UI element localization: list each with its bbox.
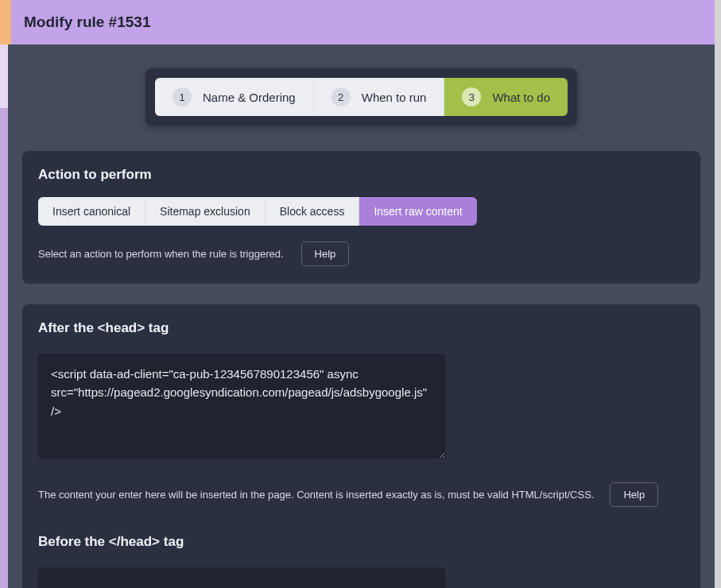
step-label: When to run — [362, 91, 427, 104]
page-header: Modify rule #1531 — [11, 0, 715, 44]
action-hint-row: Select an action to perform when the rul… — [38, 242, 684, 266]
step-label: What to do — [492, 91, 550, 104]
action-tabs: Insert canonical Sitemap exclusion Block… — [38, 197, 477, 226]
step-when-to-run[interactable]: 2 When to run — [314, 78, 445, 116]
page-title: Modify rule #1531 — [24, 14, 150, 31]
wizard-stepper: 1 Name & Ordering 2 When to run 3 What t… — [145, 68, 577, 126]
sidebar-active-indicator — [0, 0, 11, 44]
tab-insert-raw-content[interactable]: Insert raw content — [359, 197, 476, 226]
after-head-heading: After the <head> tag — [38, 320, 684, 336]
tab-insert-canonical[interactable]: Insert canonical — [38, 197, 145, 226]
step-number-badge: 2 — [331, 87, 351, 106]
right-gutter — [715, 0, 721, 588]
step-name-ordering[interactable]: 1 Name & Ordering — [155, 78, 314, 116]
tab-block-access[interactable]: Block access — [266, 197, 360, 226]
step-label: Name & Ordering — [203, 91, 296, 104]
step-number-badge: 3 — [462, 87, 481, 106]
step-what-to-do[interactable]: 3 What to do — [444, 78, 568, 116]
after-head-hint-text: The content your enter here will be inse… — [38, 489, 594, 501]
before-head-heading: Before the </head> tag — [38, 534, 684, 550]
sidebar-accent — [0, 44, 8, 108]
action-panel: Action to perform Insert canonical Sitem… — [22, 151, 700, 284]
action-hint-text: Select an action to perform when the rul… — [38, 248, 284, 260]
head-content-panel: After the <head> tag The content your en… — [22, 304, 700, 588]
tab-sitemap-exclusion[interactable]: Sitemap exclusion — [145, 197, 266, 226]
step-number-badge: 1 — [172, 87, 192, 106]
after-head-help-button[interactable]: Help — [610, 482, 658, 507]
action-help-button[interactable]: Help — [301, 242, 350, 266]
after-head-textarea[interactable] — [38, 354, 445, 458]
before-head-textarea[interactable] — [38, 567, 445, 588]
action-heading: Action to perform — [38, 167, 684, 183]
after-head-hint-row: The content your enter here will be inse… — [38, 482, 684, 507]
content-area: 1 Name & Ordering 2 When to run 3 What t… — [8, 44, 715, 588]
stepper-container: 1 Name & Ordering 2 When to run 3 What t… — [22, 68, 700, 126]
